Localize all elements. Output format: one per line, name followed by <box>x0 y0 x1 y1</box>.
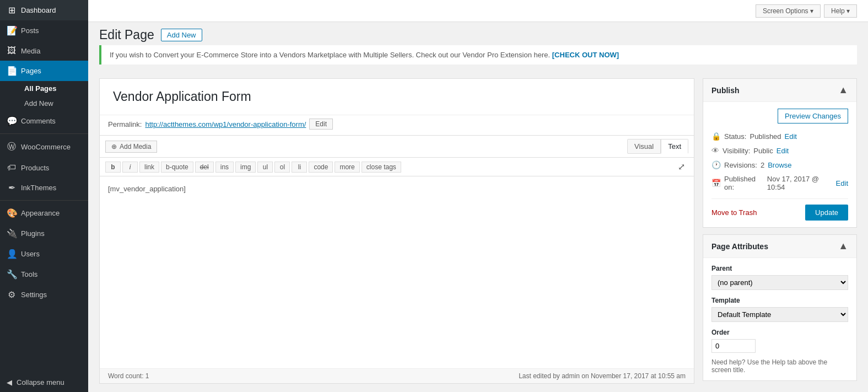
publish-collapse-button[interactable]: ▲ <box>838 84 848 96</box>
tools-icon: 🔧 <box>7 269 17 280</box>
page-header: Edit Page Add New <box>88 22 868 45</box>
del-button[interactable]: del <box>195 162 214 173</box>
publish-actions-row: Move to Trash Update <box>711 205 848 221</box>
collapse-menu-button[interactable]: ◀ Collapse menu <box>0 373 88 392</box>
comments-icon: 💬 <box>7 116 17 126</box>
editor-footer: Word count: 1 Last edited by admin on No… <box>100 368 694 383</box>
word-count: Word count: 1 <box>108 372 149 380</box>
ol-button[interactable]: ol <box>274 162 290 173</box>
ins-button[interactable]: ins <box>215 162 234 173</box>
editor-panel: Permalink: http://actthemes.com/wp1/vend… <box>99 78 694 384</box>
link-button[interactable]: link <box>139 162 159 173</box>
page-attributes-meta-box: Page Attributes ▲ Parent (no parent) Tem… <box>703 234 857 381</box>
users-icon: 👤 <box>7 249 17 259</box>
sidebar-item-label: Tools <box>21 270 37 278</box>
sidebar-item-plugins[interactable]: 🔌 Plugins <box>0 223 88 244</box>
tab-visual[interactable]: Visual <box>627 139 661 154</box>
visual-text-tabs: Visual Text <box>627 139 688 154</box>
sidebar-item-tools[interactable]: 🔧 Tools <box>0 264 88 284</box>
sidebar-item-inkthemes[interactable]: ✒ InkThemes <box>0 178 88 198</box>
published-value: Nov 17, 2017 @ 10:54 <box>767 175 833 191</box>
parent-label: Parent <box>711 265 848 272</box>
sidebar-pages-submenu: All Pages Add New <box>0 81 88 111</box>
sidebar-subitem-add-new[interactable]: Add New <box>20 96 88 111</box>
more-button[interactable]: more <box>335 162 359 173</box>
topbar: Screen Options ▾ Help ▾ <box>88 0 868 22</box>
permalink-edit-button[interactable]: Edit <box>309 119 333 130</box>
close-tags-button[interactable]: close tags <box>362 162 401 173</box>
publish-preview-row: Preview Changes <box>711 109 848 123</box>
screen-options-button[interactable]: Screen Options ▾ <box>756 4 821 18</box>
publish-title: Publish <box>711 86 740 95</box>
status-edit-link[interactable]: Edit <box>785 132 797 141</box>
last-edited-text: Last edited by admin on November 17, 201… <box>519 372 686 380</box>
page-title: Edit Page <box>99 28 154 42</box>
sidebar-item-users[interactable]: 👤 Users <box>0 244 88 264</box>
permalink-label: Permalink: <box>108 120 142 128</box>
move-to-trash-link[interactable]: Move to Trash <box>711 208 757 217</box>
notice-link[interactable]: [CHECK OUT NOW] <box>552 51 619 59</box>
sidebar-item-label: Settings <box>21 291 47 299</box>
fullscreen-button[interactable]: ⤢ <box>675 160 688 173</box>
code-button[interactable]: code <box>309 162 333 173</box>
sidebar-item-label: Users <box>21 250 40 258</box>
page-title-input[interactable] <box>108 85 686 108</box>
sidebar-item-posts[interactable]: 📝 Posts <box>0 20 88 41</box>
bquote-button[interactable]: b-quote <box>161 162 193 173</box>
add-media-icon: ⊕ <box>111 143 117 151</box>
inkthemes-icon: ✒ <box>7 182 17 193</box>
order-input[interactable] <box>711 339 756 353</box>
products-icon: 🏷 <box>7 163 17 173</box>
sidebar-item-label: Posts <box>21 26 39 35</box>
page-attributes-title: Page Attributes <box>711 242 768 251</box>
update-button[interactable]: Update <box>805 205 848 221</box>
template-label: Template <box>711 297 848 304</box>
revisions-browse-link[interactable]: Browse <box>768 161 791 169</box>
sidebar-item-dashboard[interactable]: ⊞ Dashboard <box>0 0 88 20</box>
sidebar-subitem-all-pages[interactable]: All Pages <box>20 81 88 96</box>
tab-text[interactable]: Text <box>661 139 688 154</box>
sidebar-item-products[interactable]: 🏷 Products <box>0 158 88 178</box>
appearance-icon: 🎨 <box>7 208 17 218</box>
parent-select[interactable]: (no parent) <box>711 275 848 290</box>
img-button[interactable]: img <box>235 162 256 173</box>
permalink-row: Permalink: http://actthemes.com/wp1/vend… <box>100 115 694 135</box>
woocommerce-icon: Ⓦ <box>7 141 17 153</box>
main-content: Screen Options ▾ Help ▾ Edit Page Add Ne… <box>88 0 868 392</box>
notice-text: If you wish to Convert your E-Commerce S… <box>110 51 550 59</box>
page-attributes-collapse-button[interactable]: ▲ <box>838 240 848 252</box>
sidebar-item-label: Media <box>21 47 40 55</box>
preview-changes-button[interactable]: Preview Changes <box>778 109 848 123</box>
publish-meta-box: Publish ▲ Preview Changes 🔒 Status: Publ… <box>703 78 857 228</box>
sidebar-item-media[interactable]: 🖼 Media <box>0 41 88 61</box>
add-new-button[interactable]: Add New <box>161 29 202 41</box>
settings-icon: ⚙ <box>7 289 17 300</box>
italic-button[interactable]: i <box>122 162 138 173</box>
pages-icon: 📄 <box>7 66 17 76</box>
published-edit-link[interactable]: Edit <box>836 179 848 187</box>
permalink-url[interactable]: http://actthemes.com/wp1/vendor-applicat… <box>145 120 306 128</box>
notice-bar: If you wish to Convert your E-Commerce S… <box>99 45 857 65</box>
plugins-icon: 🔌 <box>7 228 17 239</box>
revisions-icon: 🕐 <box>711 160 721 169</box>
ul-button[interactable]: ul <box>257 162 273 173</box>
bold-button[interactable]: b <box>105 162 121 173</box>
add-media-button[interactable]: ⊕ Add Media <box>105 141 157 153</box>
publish-date-row: 📅 Published on: Nov 17, 2017 @ 10:54 Edi… <box>711 172 848 194</box>
sidebar-item-pages[interactable]: 📄 Pages <box>0 61 88 81</box>
sidebar-item-woocommerce[interactable]: Ⓦ WooCommerce <box>0 136 88 158</box>
editor-shortcode: [mv_vendor_application] <box>108 185 186 193</box>
sidebar-item-appearance[interactable]: 🎨 Appearance <box>0 203 88 223</box>
help-text: Need help? Use the Help tab above the sc… <box>711 358 848 374</box>
help-button[interactable]: Help ▾ <box>824 4 857 18</box>
li-button[interactable]: li <box>292 162 307 173</box>
publish-status-row: 🔒 Status: Published Edit <box>711 129 848 143</box>
sidebar-item-comments[interactable]: 💬 Comments <box>0 111 88 131</box>
sidebar-item-label: Plugins <box>21 229 45 238</box>
published-label: Published on: <box>724 175 764 191</box>
visibility-edit-link[interactable]: Edit <box>777 147 789 155</box>
editor-body[interactable]: [mv_vendor_application] <box>100 176 694 368</box>
sidebar-item-settings[interactable]: ⚙ Settings <box>0 284 88 305</box>
template-select[interactable]: Default Template <box>711 307 848 322</box>
revisions-count: 2 <box>761 161 764 169</box>
